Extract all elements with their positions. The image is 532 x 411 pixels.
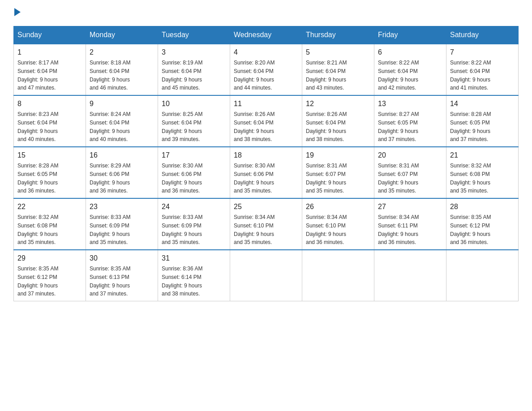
day-number: 12 (306, 98, 370, 109)
calendar-week-1: 1 Sunrise: 8:17 AMSunset: 6:04 PMDayligh… (14, 44, 519, 95)
calendar-cell: 20 Sunrise: 8:31 AMSunset: 6:07 PMDaylig… (374, 147, 446, 198)
calendar-week-4: 22 Sunrise: 8:32 AMSunset: 6:08 PMDaylig… (14, 198, 519, 250)
day-number: 21 (450, 150, 515, 161)
calendar-cell: 22 Sunrise: 8:32 AMSunset: 6:08 PMDaylig… (14, 198, 86, 250)
day-number: 5 (306, 47, 370, 58)
calendar-cell: 31 Sunrise: 8:36 AMSunset: 6:14 PMDaylig… (158, 250, 230, 301)
day-info: Sunrise: 8:23 AMSunset: 6:04 PMDaylight:… (17, 111, 58, 142)
calendar-cell: 29 Sunrise: 8:35 AMSunset: 6:12 PMDaylig… (14, 250, 86, 301)
calendar-cell: 19 Sunrise: 8:31 AMSunset: 6:07 PMDaylig… (302, 147, 374, 198)
calendar-week-3: 15 Sunrise: 8:28 AMSunset: 6:05 PMDaylig… (14, 147, 519, 198)
day-info: Sunrise: 8:22 AMSunset: 6:04 PMDaylight:… (378, 60, 419, 91)
day-info: Sunrise: 8:28 AMSunset: 6:05 PMDaylight:… (450, 111, 491, 142)
day-header-sunday: Sunday (14, 26, 86, 44)
calendar-cell: 8 Sunrise: 8:23 AMSunset: 6:04 PMDayligh… (14, 95, 86, 147)
calendar-cell: 5 Sunrise: 8:21 AMSunset: 6:04 PMDayligh… (302, 44, 374, 95)
day-number: 24 (162, 201, 226, 212)
day-number: 11 (234, 98, 298, 109)
day-info: Sunrise: 8:31 AMSunset: 6:07 PMDaylight:… (378, 163, 419, 194)
day-number: 28 (450, 201, 515, 212)
day-info: Sunrise: 8:34 AMSunset: 6:10 PMDaylight:… (306, 214, 347, 245)
logo (13, 9, 21, 17)
calendar-cell: 24 Sunrise: 8:33 AMSunset: 6:09 PMDaylig… (158, 198, 230, 250)
day-number: 15 (17, 150, 82, 161)
calendar-table: SundayMondayTuesdayWednesdayThursdayFrid… (13, 26, 519, 301)
day-info: Sunrise: 8:30 AMSunset: 6:06 PMDaylight:… (162, 163, 202, 194)
day-number: 20 (378, 150, 442, 161)
day-info: Sunrise: 8:27 AMSunset: 6:05 PMDaylight:… (378, 111, 419, 142)
day-number: 17 (162, 150, 226, 161)
day-number: 30 (90, 253, 154, 264)
day-info: Sunrise: 8:22 AMSunset: 6:04 PMDaylight:… (450, 60, 491, 91)
calendar-cell: 14 Sunrise: 8:28 AMSunset: 6:05 PMDaylig… (446, 95, 519, 147)
calendar-cell (302, 250, 374, 301)
day-info: Sunrise: 8:18 AMSunset: 6:04 PMDaylight:… (90, 60, 130, 91)
day-info: Sunrise: 8:19 AMSunset: 6:04 PMDaylight:… (162, 60, 202, 91)
day-info: Sunrise: 8:26 AMSunset: 6:04 PMDaylight:… (306, 111, 347, 142)
calendar-cell: 23 Sunrise: 8:33 AMSunset: 6:09 PMDaylig… (86, 198, 158, 250)
day-number: 18 (234, 150, 298, 161)
day-info: Sunrise: 8:20 AMSunset: 6:04 PMDaylight:… (234, 60, 275, 91)
calendar-cell: 28 Sunrise: 8:35 AMSunset: 6:12 PMDaylig… (446, 198, 519, 250)
calendar-cell: 11 Sunrise: 8:26 AMSunset: 6:04 PMDaylig… (230, 95, 302, 147)
day-info: Sunrise: 8:35 AMSunset: 6:13 PMDaylight:… (90, 265, 130, 297)
day-number: 13 (378, 98, 442, 109)
day-info: Sunrise: 8:33 AMSunset: 6:09 PMDaylight:… (90, 214, 130, 245)
calendar-cell: 7 Sunrise: 8:22 AMSunset: 6:04 PMDayligh… (446, 44, 519, 95)
day-number: 23 (90, 201, 154, 212)
calendar-week-2: 8 Sunrise: 8:23 AMSunset: 6:04 PMDayligh… (14, 95, 519, 147)
day-number: 6 (378, 47, 442, 58)
calendar-cell: 13 Sunrise: 8:27 AMSunset: 6:05 PMDaylig… (374, 95, 446, 147)
calendar-week-5: 29 Sunrise: 8:35 AMSunset: 6:12 PMDaylig… (14, 250, 519, 301)
calendar-cell: 18 Sunrise: 8:30 AMSunset: 6:06 PMDaylig… (230, 147, 302, 198)
day-info: Sunrise: 8:32 AMSunset: 6:08 PMDaylight:… (450, 163, 491, 194)
calendar-cell: 16 Sunrise: 8:29 AMSunset: 6:06 PMDaylig… (86, 147, 158, 198)
calendar-cell: 10 Sunrise: 8:25 AMSunset: 6:04 PMDaylig… (158, 95, 230, 147)
day-number: 14 (450, 98, 515, 109)
calendar-cell: 6 Sunrise: 8:22 AMSunset: 6:04 PMDayligh… (374, 44, 446, 95)
day-info: Sunrise: 8:28 AMSunset: 6:05 PMDaylight:… (17, 163, 58, 194)
day-info: Sunrise: 8:26 AMSunset: 6:04 PMDaylight:… (234, 111, 275, 142)
day-header-monday: Monday (86, 26, 158, 44)
day-info: Sunrise: 8:33 AMSunset: 6:09 PMDaylight:… (162, 214, 202, 245)
day-header-tuesday: Tuesday (158, 26, 230, 44)
calendar-body: 1 Sunrise: 8:17 AMSunset: 6:04 PMDayligh… (14, 44, 519, 301)
day-info: Sunrise: 8:34 AMSunset: 6:10 PMDaylight:… (234, 214, 275, 245)
logo-triangle-icon (14, 8, 21, 16)
calendar-cell: 3 Sunrise: 8:19 AMSunset: 6:04 PMDayligh… (158, 44, 230, 95)
day-number: 1 (17, 47, 82, 58)
day-info: Sunrise: 8:30 AMSunset: 6:06 PMDaylight:… (234, 163, 275, 194)
day-info: Sunrise: 8:24 AMSunset: 6:04 PMDaylight:… (90, 111, 130, 142)
day-number: 3 (162, 47, 226, 58)
calendar-cell: 27 Sunrise: 8:34 AMSunset: 6:11 PMDaylig… (374, 198, 446, 250)
day-info: Sunrise: 8:29 AMSunset: 6:06 PMDaylight:… (90, 163, 130, 194)
header-row: SundayMondayTuesdayWednesdayThursdayFrid… (14, 26, 519, 44)
day-number: 26 (306, 201, 370, 212)
day-header-thursday: Thursday (302, 26, 374, 44)
day-number: 31 (162, 253, 226, 264)
day-number: 29 (17, 253, 82, 264)
day-info: Sunrise: 8:25 AMSunset: 6:04 PMDaylight:… (162, 111, 202, 142)
calendar-cell: 17 Sunrise: 8:30 AMSunset: 6:06 PMDaylig… (158, 147, 230, 198)
day-number: 25 (234, 201, 298, 212)
day-info: Sunrise: 8:32 AMSunset: 6:08 PMDaylight:… (17, 214, 58, 245)
day-number: 16 (90, 150, 154, 161)
day-info: Sunrise: 8:34 AMSunset: 6:11 PMDaylight:… (378, 214, 419, 245)
calendar-cell (230, 250, 302, 301)
day-number: 7 (450, 47, 515, 58)
day-info: Sunrise: 8:17 AMSunset: 6:04 PMDaylight:… (17, 60, 58, 91)
calendar-cell: 25 Sunrise: 8:34 AMSunset: 6:10 PMDaylig… (230, 198, 302, 250)
day-number: 8 (17, 98, 82, 109)
calendar-cell: 30 Sunrise: 8:35 AMSunset: 6:13 PMDaylig… (86, 250, 158, 301)
day-number: 19 (306, 150, 370, 161)
day-header-friday: Friday (374, 26, 446, 44)
calendar-cell: 9 Sunrise: 8:24 AMSunset: 6:04 PMDayligh… (86, 95, 158, 147)
day-info: Sunrise: 8:35 AMSunset: 6:12 PMDaylight:… (17, 265, 58, 297)
calendar-cell: 1 Sunrise: 8:17 AMSunset: 6:04 PMDayligh… (14, 44, 86, 95)
calendar-header: SundayMondayTuesdayWednesdayThursdayFrid… (14, 26, 519, 44)
day-number: 10 (162, 98, 226, 109)
day-number: 22 (17, 201, 82, 212)
day-header-saturday: Saturday (446, 26, 519, 44)
calendar-cell (446, 250, 519, 301)
calendar-cell: 15 Sunrise: 8:28 AMSunset: 6:05 PMDaylig… (14, 147, 86, 198)
